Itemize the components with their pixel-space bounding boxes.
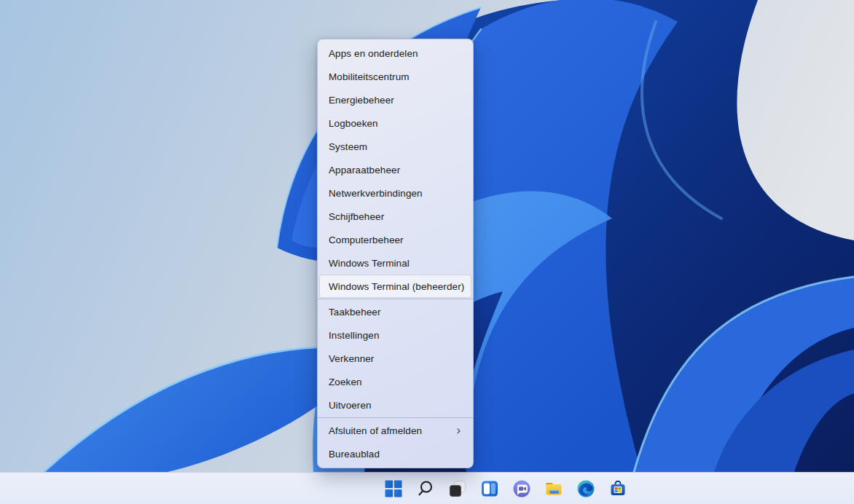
menu-item-apps-en-onderdelen[interactable]: Apps en onderdelen <box>319 42 471 65</box>
menu-item-netwerkverbindingen[interactable]: Netwerkverbindingen <box>319 181 471 205</box>
search-icon <box>416 479 435 498</box>
menu-item-taakbeheer[interactable]: Taakbeheer <box>319 300 471 323</box>
widgets-button[interactable] <box>475 474 504 503</box>
menu-item-bureaublad[interactable]: Bureaublad <box>319 442 471 465</box>
widgets-icon <box>480 479 499 498</box>
start-button[interactable] <box>379 474 408 503</box>
menu-item-afsluiten-of-afmelden[interactable]: Afsluiten of afmelden › <box>319 419 471 442</box>
teams-chat-icon <box>512 479 531 498</box>
taskbar-icon-group <box>379 473 632 504</box>
edge-button[interactable] <box>571 474 600 503</box>
menu-item-label: Afsluiten of afmelden <box>329 425 450 436</box>
edge-browser-icon <box>576 479 595 498</box>
file-explorer-button[interactable] <box>539 474 568 503</box>
file-explorer-icon <box>544 479 563 498</box>
task-view-icon <box>448 479 467 498</box>
windows-logo-icon <box>384 479 403 498</box>
menu-item-systeem[interactable]: Systeem <box>319 135 471 158</box>
menu-item-zoeken[interactable]: Zoeken <box>319 370 471 393</box>
menu-separator <box>318 299 473 299</box>
menu-item-windows-terminal[interactable]: Windows Terminal <box>319 251 471 275</box>
chevron-right-icon: › <box>450 425 461 437</box>
menu-item-apparaatbeheer[interactable]: Apparaatbeheer <box>319 158 471 181</box>
menu-item-instellingen[interactable]: Instellingen <box>319 323 471 347</box>
menu-item-logboeken[interactable]: Logboeken <box>319 111 471 135</box>
menu-item-windows-terminal-beheerder[interactable]: Windows Terminal (beheerder) <box>319 275 471 298</box>
winx-context-menu: Apps en onderdelen Mobiliteitscentrum En… <box>317 39 474 468</box>
menu-item-mobiliteitscentrum[interactable]: Mobiliteitscentrum <box>319 65 471 88</box>
menu-item-schijfbeheer[interactable]: Schijfbeheer <box>319 205 471 228</box>
taskbar <box>0 472 854 504</box>
microsoft-store-icon <box>608 479 627 498</box>
microsoft-store-button[interactable] <box>603 474 632 503</box>
menu-separator <box>318 417 473 418</box>
menu-item-verkenner[interactable]: Verkenner <box>319 347 471 370</box>
task-view-button[interactable] <box>443 474 472 503</box>
search-button[interactable] <box>411 474 440 503</box>
chat-button[interactable] <box>507 474 536 503</box>
menu-item-energiebeheer[interactable]: Energiebeheer <box>319 88 471 111</box>
menu-item-computerbeheer[interactable]: Computerbeheer <box>319 228 471 251</box>
menu-item-uitvoeren[interactable]: Uitvoeren <box>319 393 471 417</box>
